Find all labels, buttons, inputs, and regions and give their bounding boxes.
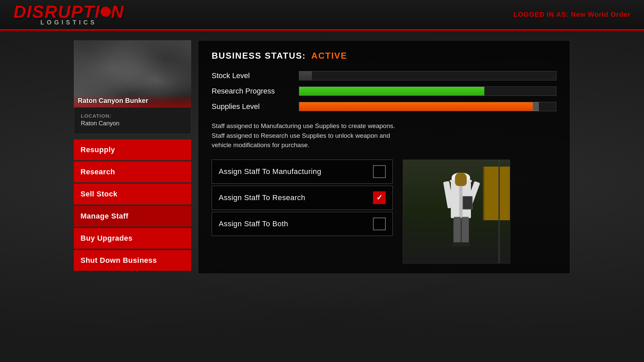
nav-btn-research[interactable]: Research <box>74 162 191 182</box>
bg-door <box>498 160 500 263</box>
right-panel: BUSINESS STATUS: ACTIVE Stock Level Rese… <box>198 40 570 274</box>
main-content: Raton Canyon Bunker LOCATION: Raton Cany… <box>0 30 644 284</box>
bg-panel <box>483 167 510 220</box>
progress-fill-stock <box>299 71 312 80</box>
nav-buttons: Resupply Research Sell Stock Manage Staf… <box>74 139 191 271</box>
stats-section: Stock Level Research Progress Supplies L… <box>212 71 556 111</box>
description-text: Staff assigned to Manufacturing use Supp… <box>212 121 399 150</box>
stat-row-supplies: Supplies Level <box>212 102 556 111</box>
char-tablet <box>463 196 473 209</box>
stat-label-stock: Stock Level <box>212 71 292 80</box>
nav-btn-sell-stock[interactable]: Sell Stock <box>74 184 191 204</box>
staff-option-label-both: Assign Staff To Both <box>219 220 288 228</box>
staff-option-research[interactable]: Assign Staff To Research <box>212 186 393 210</box>
location-image-overlay: Raton Canyon Bunker <box>74 94 191 107</box>
logged-in-user: New World Order <box>571 11 631 18</box>
logo-main: DISRUPTIN <box>13 3 124 20</box>
char-leg-right <box>462 217 469 244</box>
staff-section: Assign Staff To Manufacturing Assign Sta… <box>212 160 556 263</box>
left-panel: Raton Canyon Bunker LOCATION: Raton Cany… <box>74 40 191 274</box>
business-status-value: ACTIVE <box>311 51 347 61</box>
char-foot-right <box>461 242 470 246</box>
stat-label-supplies: Supplies Level <box>212 102 292 111</box>
logged-in-label: LOGGED IN AS: <box>514 11 569 18</box>
staff-option-manufacturing[interactable]: Assign Staff To Manufacturing <box>212 160 393 184</box>
staff-options: Assign Staff To Manufacturing Assign Sta… <box>212 160 393 238</box>
nav-btn-shut-down[interactable]: Shut Down Business <box>74 250 191 271</box>
business-status-label: BUSINESS STATUS: <box>212 51 306 61</box>
logo: DISRUPTIN LOGISTICS <box>13 3 124 26</box>
progress-bar-research <box>299 86 556 96</box>
progress-fill-supplies <box>299 102 538 111</box>
location-name: Raton Canyon Bunker <box>78 97 187 105</box>
nav-btn-manage-staff[interactable]: Manage Staff <box>74 206 191 227</box>
char-leg-left <box>453 217 461 244</box>
progress-bar-supplies <box>299 102 556 111</box>
char-figure <box>439 173 483 260</box>
location-info: LOCATION: Raton Canyon <box>74 107 191 134</box>
staff-checkbox-manufacturing[interactable] <box>373 165 386 178</box>
stat-label-research: Research Progress <box>212 87 292 96</box>
staff-option-label-research: Assign Staff To Research <box>219 193 305 202</box>
progress-fill-research <box>299 87 484 96</box>
logo-sub: LOGISTICS <box>41 19 97 26</box>
location-value: Raton Canyon <box>81 120 184 127</box>
stat-row-research: Research Progress <box>212 86 556 96</box>
progress-bar-stock <box>299 71 556 80</box>
staff-option-label-manufacturing: Assign Staff To Manufacturing <box>219 167 321 176</box>
char-head <box>455 173 467 186</box>
nav-btn-resupply[interactable]: Resupply <box>74 139 191 160</box>
character-image <box>403 160 510 263</box>
staff-option-both[interactable]: Assign Staff To Both <box>212 212 393 236</box>
stat-row-stock: Stock Level <box>212 71 556 80</box>
char-foot-left <box>452 242 462 246</box>
staff-checkbox-both[interactable] <box>373 218 386 230</box>
logged-in-info: LOGGED IN AS: New World Order <box>514 11 631 18</box>
location-image: Raton Canyon Bunker <box>74 40 191 107</box>
nav-btn-buy-upgrades[interactable]: Buy Upgrades <box>74 228 191 249</box>
business-status: BUSINESS STATUS: ACTIVE <box>212 51 556 61</box>
staff-checkbox-research[interactable] <box>373 191 386 204</box>
header: DISRUPTIN LOGISTICS LOGGED IN AS: New Wo… <box>0 0 644 30</box>
location-label: LOCATION: <box>81 113 184 119</box>
bar-end-marker <box>533 102 539 111</box>
